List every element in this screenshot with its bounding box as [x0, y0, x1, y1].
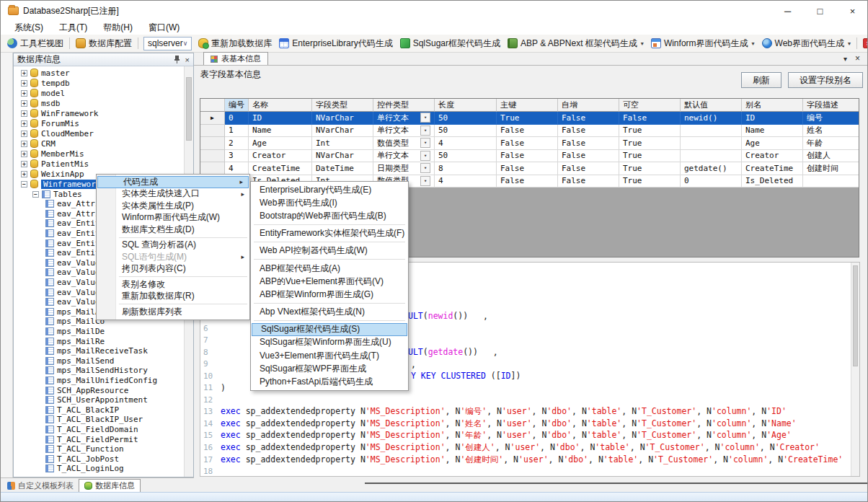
tree-expander-icon[interactable]: + [21, 171, 27, 177]
grid-cell[interactable]: Creator [249, 150, 312, 163]
context-menu-item[interactable]: 重新加载数据库(R) [97, 291, 249, 303]
tree-item-table[interactable]: SCH_AppResource [14, 385, 184, 395]
menubar-item[interactable]: 工具(T) [51, 21, 95, 35]
grid-cell[interactable]: 3 [225, 150, 249, 163]
submenu-item[interactable]: Web界面代码生成(I) [251, 196, 408, 209]
grid-cell[interactable]: ID [249, 112, 312, 125]
grid-cell[interactable]: 日期类型▾ [373, 162, 435, 175]
grid-cell[interactable] [681, 125, 742, 138]
context-menu-item[interactable]: 拷贝列表内容(C) [97, 263, 249, 276]
tree-item-table[interactable]: T_ACL_LoginLog [14, 464, 184, 474]
grid-cell[interactable]: newid() [681, 112, 742, 125]
tree-item-database[interactable]: +master [14, 68, 184, 78]
toolbar-button-abp[interactable]: ABP & ABPNext 框架代码生成▾ [504, 36, 647, 51]
grid-row[interactable]: 2AgeInt数值类型▾4FalseFalseTrueAge年龄 [200, 137, 859, 150]
tree-item-database[interactable]: +MemberMis [14, 149, 184, 159]
grid-cell[interactable]: True [497, 112, 558, 125]
grid-row-selector[interactable]: ▶ [200, 112, 225, 125]
grid-row-selector[interactable] [200, 162, 225, 175]
grid-cell[interactable]: 创建人 [803, 150, 859, 163]
grid-cell[interactable]: False [558, 175, 619, 188]
grid-cell[interactable]: NVarChar [312, 112, 373, 125]
grid-cell[interactable]: Is_Deleted [742, 175, 803, 188]
grid-cell[interactable]: 4 [435, 175, 497, 188]
grid-row-selector[interactable] [200, 150, 225, 163]
submenu-item[interactable]: Python+FastApi后端代码生成 [251, 375, 408, 388]
tree-item-table[interactable]: mps_MailUnifiedConfig [14, 376, 184, 386]
tree-item-database[interactable]: +msdb [14, 98, 184, 108]
grid-cell[interactable]: NVarChar [312, 150, 373, 163]
grid-cell[interactable]: ID [742, 112, 803, 125]
grid-cell[interactable]: CreateTime [249, 162, 312, 175]
grid-cell[interactable]: 0 [225, 112, 249, 125]
tree-expander-icon[interactable]: + [21, 151, 27, 157]
grid-cell[interactable]: False [558, 125, 619, 138]
grid-cell[interactable]: True [619, 137, 681, 150]
submenu-item[interactable]: ABP框架代码生成(A) [251, 262, 408, 275]
tree-expander-icon[interactable]: + [21, 131, 27, 137]
grid-cell[interactable]: Int [312, 137, 373, 150]
grid-cell[interactable]: 1 [225, 125, 249, 138]
grid-column-header[interactable]: 自增 [558, 99, 619, 112]
tree-expander-icon[interactable]: + [21, 90, 27, 97]
grid-cell[interactable]: False [558, 162, 619, 175]
content-close-icon[interactable]: × [855, 53, 860, 63]
tree-item-database[interactable]: +tempdb [14, 78, 184, 88]
tree-item-table[interactable]: T_ACL_BlackIP [14, 405, 184, 415]
cell-dropdown-button[interactable]: ▾ [420, 163, 430, 173]
context-menu-item[interactable]: SQL 查询分析器(A) [97, 239, 249, 252]
tree-item-table[interactable]: mps_MailReceiveTask [14, 346, 184, 356]
pin-icon[interactable] [174, 56, 180, 63]
tree-item-table[interactable]: SCH_UserAppointment [14, 395, 184, 405]
grid-cell[interactable]: getdate() [681, 162, 742, 175]
database-type-combo[interactable]: sqlserver∨ [143, 37, 192, 50]
submenu-item[interactable]: Bootstrap的Web界面代码生成(B) [251, 209, 408, 222]
grid-cell[interactable]: 单行文本▾ [373, 125, 435, 138]
context-menu-item[interactable]: 刷新数据库列表 [97, 306, 249, 318]
tree-item-database[interactable]: +CRM [14, 138, 184, 149]
menubar-item[interactable]: 窗口(W) [141, 21, 187, 35]
submenu-item[interactable]: Web API控制器代码生成(W) [251, 245, 408, 257]
grid-cell[interactable]: Name [742, 125, 803, 138]
tree-item-table[interactable]: mps_MailSendHistory [14, 366, 184, 376]
grid-column-header[interactable]: 字段描述 [803, 99, 859, 112]
dock-close-icon[interactable]: × [185, 56, 190, 64]
toolbar-button-database-config[interactable]: 数据库配置 [72, 36, 136, 51]
context-menu-item[interactable]: 代码生成▸ [97, 176, 249, 188]
menubar-item[interactable]: 系统(S) [6, 21, 51, 35]
toolbar-button-winform[interactable]: Winform界面代码生成▾ [647, 36, 758, 51]
toolbar-button-enterpriselibrary[interactable]: EnterpriseLibrary代码生成 [275, 36, 396, 51]
grid-cell[interactable] [681, 137, 742, 150]
submenu-item[interactable]: SqlSugar框架Winform界面生成(U) [251, 336, 408, 349]
tree-item-table[interactable]: T_ACL_FieldPermit [14, 434, 184, 444]
submenu-item[interactable]: EnterpriseLibrary代码生成(E) [251, 183, 408, 196]
menubar-item[interactable]: 帮助(H) [95, 21, 141, 35]
set-field-alias-button[interactable]: 设置字段别名 [788, 72, 863, 88]
tree-item-database[interactable]: +CloudMember [14, 128, 184, 138]
grid-cell[interactable]: 4 [225, 162, 249, 175]
tree-item-table[interactable]: mps_MailSend [14, 356, 184, 366]
grid-column-header[interactable]: 默认值 [681, 99, 742, 112]
grid-cell[interactable]: NVarChar [312, 125, 373, 138]
tree-item-table[interactable]: T_ACL_JobPost [14, 454, 184, 464]
tree-item-database[interactable]: +WinFramework [14, 108, 184, 118]
dock-tab-template-list[interactable]: 自定义模板列表 [2, 479, 79, 492]
cell-dropdown-button[interactable]: ▾ [420, 113, 430, 123]
grid-cell[interactable]: False [497, 125, 558, 138]
tree-expander-icon[interactable]: + [21, 100, 27, 107]
context-menu-item[interactable]: 实体类属性生成(P) [97, 200, 249, 212]
close-button[interactable]: × [836, 1, 868, 21]
grid-cell[interactable]: 50 [435, 125, 497, 138]
grid-cell[interactable]: False [497, 175, 558, 188]
submenu-item[interactable]: ABP的Vue+Element界面代码(V) [251, 275, 408, 288]
grid-column-header[interactable]: 别名 [742, 99, 803, 112]
grid-column-header[interactable]: 编号 [225, 99, 249, 112]
tree-expander-icon[interactable]: − [21, 181, 27, 188]
submenu-item[interactable]: SqlSugar框架WPF界面生成 [251, 362, 408, 375]
grid-cell[interactable]: Creator [742, 150, 803, 163]
grid-column-header[interactable]: 字段类型 [312, 99, 373, 112]
grid-row-selector[interactable] [200, 137, 225, 150]
grid-cell[interactable]: 4 [435, 137, 497, 150]
grid-cell[interactable]: 编号 [803, 112, 859, 125]
grid-cell[interactable]: False [497, 162, 558, 175]
